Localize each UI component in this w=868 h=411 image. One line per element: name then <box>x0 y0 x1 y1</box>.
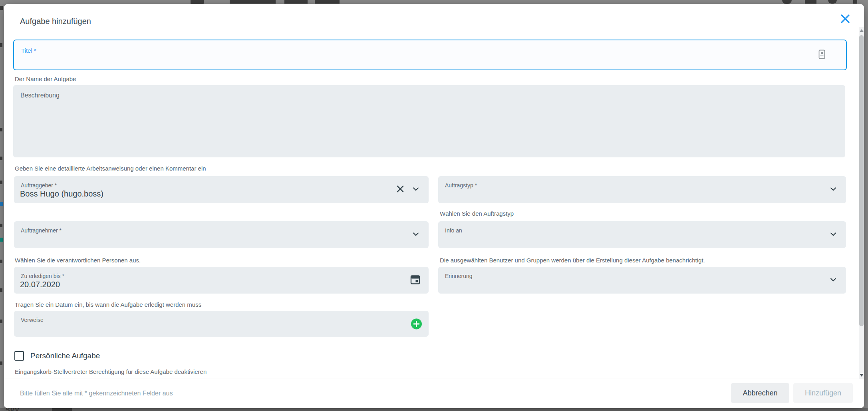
background-mail-icon-fragment <box>805 0 816 4</box>
title-helper: Der Name der Aufgabe <box>15 75 76 82</box>
background-text-fragment <box>0 43 2 47</box>
calendar-icon[interactable] <box>410 274 421 286</box>
chevron-down-icon[interactable] <box>412 185 420 195</box>
dialog-title: Aufgabe hinzufügen <box>20 17 91 26</box>
due-date-label: Zu erledigen bis * <box>21 273 64 279</box>
assignee-select[interactable]: Auftragnehmer * <box>14 221 429 248</box>
background-text-fragment <box>0 128 2 131</box>
reminder-select[interactable]: Erinnerung <box>438 267 846 294</box>
references-field: Verweise <box>14 311 429 337</box>
background-text-fragment <box>0 157 2 160</box>
screen: SPV Aufgabe hinzufügen Titel * Der Name … <box>0 0 868 411</box>
background-app-text-fragment <box>315 0 340 4</box>
title-input[interactable]: Titel * <box>13 40 847 70</box>
background-app-text-fragment <box>230 0 276 4</box>
scrollbar-up-arrow-icon[interactable] <box>860 29 864 32</box>
add-task-dialog: Aufgabe hinzufügen Titel * Der Name der … <box>4 4 864 408</box>
due-date-value: 20.07.2020 <box>20 280 60 289</box>
task-type-label: Auftragstyp * <box>445 182 477 189</box>
background-icon-fragment <box>853 0 857 4</box>
notify-helper: Die ausgewählten Benutzer und Gruppen we… <box>440 257 705 264</box>
due-date-helper: Tragen Sie ein Datum ein, bis wann die A… <box>15 301 201 308</box>
chevron-down-icon[interactable] <box>412 230 420 240</box>
due-date-field[interactable]: Zu erledigen bis * 20.07.2020 <box>14 267 429 294</box>
task-type-select[interactable]: Auftragstyp * <box>438 176 846 203</box>
scrollbar-down-arrow-icon[interactable] <box>860 374 864 377</box>
chevron-down-icon[interactable] <box>829 276 837 285</box>
assignee-label: Auftragnehmer * <box>21 227 62 234</box>
client-select[interactable]: Auftraggeber * Boss Hugo (hugo.boss) <box>14 176 429 203</box>
personal-task-checkbox[interactable] <box>14 351 24 361</box>
submit-button[interactable]: Hinzufügen <box>793 383 853 403</box>
assignee-helper: Wählen Sie die verantwortlichen Personen… <box>15 257 141 264</box>
background-app-text-fragment <box>284 0 308 4</box>
background-bottom-strip: SPV <box>0 408 868 411</box>
cancel-button[interactable]: Abbrechen <box>731 383 789 403</box>
references-label: Verweise <box>21 317 44 323</box>
background-text-fragment <box>0 320 2 323</box>
personal-task-helper: Eingangskorb-Stellvertreter Berechtigung… <box>15 368 207 375</box>
client-value: Boss Hugo (hugo.boss) <box>20 189 103 199</box>
add-reference-icon[interactable] <box>411 318 422 329</box>
background-info-icon-fragment <box>828 0 837 4</box>
background-bottom-fragment <box>52 408 72 411</box>
background-text-fragment <box>0 181 2 184</box>
background-link-fragment <box>0 238 3 242</box>
client-label: Auftraggeber * <box>21 182 57 189</box>
background-text-fragment <box>0 224 2 227</box>
task-type-helper: Wählen Sie den Auftragstyp <box>440 210 514 217</box>
background-text-fragment <box>0 288 2 292</box>
footer-note: Bitte füllen Sie alle mit * gekennzeichn… <box>20 390 173 397</box>
clear-icon[interactable] <box>396 185 405 195</box>
notify-label: Info an <box>445 227 462 234</box>
reminder-label: Erinnerung <box>445 273 473 279</box>
chevron-down-icon[interactable] <box>829 230 837 240</box>
input-assist-icon <box>818 50 825 61</box>
chevron-down-icon[interactable] <box>829 185 837 195</box>
footer-divider <box>4 379 864 379</box>
background-bottom-text: SPV <box>6 408 20 411</box>
background-avatar-fragment <box>782 0 792 4</box>
background-text-fragment <box>0 361 2 365</box>
background-link-fragment <box>0 202 3 206</box>
background-text-fragment <box>0 6 3 10</box>
scrollbar-track[interactable] <box>859 27 864 379</box>
description-textarea[interactable]: Beschreibung <box>13 85 845 157</box>
personal-task-row: Persönliche Aufgabe <box>14 351 100 361</box>
notify-select[interactable]: Info an <box>438 221 846 248</box>
scrollbar-thumb[interactable] <box>859 35 864 326</box>
personal-task-label: Persönliche Aufgabe <box>30 351 100 360</box>
background-text-fragment <box>0 260 2 263</box>
title-label: Titel * <box>21 47 36 54</box>
description-helper: Geben Sie eine detaillierte Arbeitsanwei… <box>15 165 206 172</box>
description-placeholder: Beschreibung <box>20 92 60 99</box>
close-icon[interactable] <box>839 13 851 25</box>
